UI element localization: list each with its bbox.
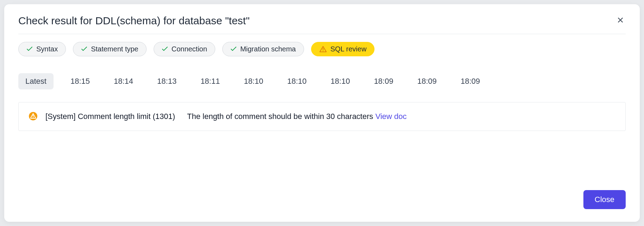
check-chip-migration-schema[interactable]: Migration schema [222,42,304,56]
svg-point-4 [33,117,33,118]
run-tab[interactable]: 18:09 [410,73,444,89]
run-tab[interactable]: 18:10 [237,73,270,89]
check-icon [162,45,168,53]
chip-label: SQL review [330,45,367,53]
view-doc-link[interactable]: View doc [375,112,407,121]
result-description: The length of comment should be within 3… [187,112,407,121]
result-title: [System] Comment length limit (1301) [45,111,179,122]
result-row: [System] Comment length limit (1301) The… [18,102,626,131]
chip-label: Syntax [36,45,58,53]
check-icon [26,45,33,53]
check-chip-sql-review[interactable]: SQL review [311,42,375,56]
close-icon[interactable] [615,15,626,27]
check-chip-statement-type[interactable]: Statement type [73,42,147,56]
result-description-text: The length of comment should be within 3… [187,112,375,121]
warning-triangle-icon [319,45,327,53]
run-tab-latest[interactable]: Latest [18,73,54,89]
svg-point-1 [323,50,323,51]
run-tab[interactable]: 18:15 [63,73,97,89]
run-tab[interactable]: 18:09 [367,73,400,89]
run-tab[interactable]: 18:14 [107,73,140,89]
modal-header: Check result for DDL(schema) for databas… [18,15,626,34]
check-icon [230,45,237,53]
close-button[interactable]: Close [583,190,626,209]
check-chips-row: Syntax Statement type Connection Migrati… [18,42,626,56]
check-result-modal: Check result for DDL(schema) for databas… [4,4,640,222]
check-chip-syntax[interactable]: Syntax [18,42,66,56]
run-history-tabs: Latest 18:15 18:14 18:13 18:11 18:10 18:… [18,73,626,89]
run-tab[interactable]: 18:13 [150,73,184,89]
check-icon [81,45,87,53]
modal-title: Check result for DDL(schema) for databas… [18,15,250,27]
chip-label: Statement type [91,45,138,53]
run-tab[interactable]: 18:10 [323,73,357,89]
chip-label: Connection [172,45,207,53]
run-tab[interactable]: 18:10 [280,73,314,89]
check-chip-connection[interactable]: Connection [154,42,215,56]
run-tab[interactable]: 18:11 [193,73,227,89]
run-tab[interactable]: 18:09 [454,73,487,89]
modal-footer: Close [18,180,626,209]
chip-label: Migration schema [240,45,296,53]
warning-triangle-icon [29,112,38,122]
